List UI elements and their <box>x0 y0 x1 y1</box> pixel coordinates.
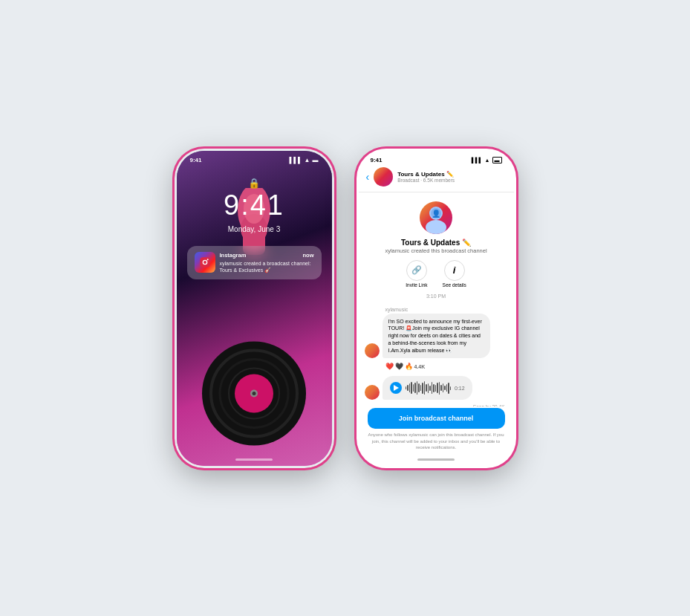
channel-header: ‹ Tours & Updates ✏️ Broadcast · 6.5K me… <box>359 167 514 192</box>
message-avatar <box>365 343 380 358</box>
waveform-bar <box>429 386 431 391</box>
audio-message-bubble[interactable]: 0:12 <box>383 376 472 400</box>
right-time: 9:41 <box>371 157 383 163</box>
audio-waveform <box>406 381 452 395</box>
notification-content: Instagram now xylamusic created a broadc… <box>220 252 314 273</box>
waveform-bar <box>448 383 449 394</box>
lock-notification[interactable]: Instagram now xylamusic created a broadc… <box>187 246 322 279</box>
header-channel-name: Tours & Updates ✏️ <box>397 171 506 178</box>
waveform-bar <box>411 382 412 394</box>
right-status-bar: 9:41 ▌▌▌ ▲ ▬ <box>359 157 514 163</box>
notification-message: xylamusic created a broadcast channel: T… <box>220 260 314 273</box>
notification-header: Instagram now <box>220 252 314 259</box>
left-phone: 9:41 ▌▌▌ ▲ ▬ 🔒 9:41 Monday, June 3 <box>175 149 334 468</box>
waveform-bar <box>424 381 426 395</box>
message-timestamp: 3:10 PM <box>426 294 446 299</box>
play-triangle-icon <box>394 385 399 391</box>
message-reactions[interactable]: ❤️ 🖤 🔥 4.4K <box>385 363 508 370</box>
waveform-bar <box>422 383 423 394</box>
lock-time: 9:41 <box>190 157 202 163</box>
waveform-bar <box>409 383 411 392</box>
audio-duration: 0:12 <box>455 386 465 391</box>
message-text: I'm SO excited to announce my first-ever… <box>388 318 484 354</box>
instagram-icon <box>195 252 215 273</box>
join-broadcast-button[interactable]: Join broadcast channel <box>368 408 505 429</box>
profile-avatar: 👤 <box>420 201 452 234</box>
svg-point-2 <box>206 259 208 260</box>
fire-reaction: 🔥 <box>405 363 413 370</box>
lock-date: Monday, June 3 <box>177 225 332 233</box>
waveform-bar <box>432 382 433 394</box>
right-phone: 9:41 ▌▌▌ ▲ ▬ ‹ Tours & Updates ✏️ Broadc… <box>357 149 516 468</box>
lock-status-bar: 9:41 ▌▌▌ ▲ ▬ <box>177 157 332 163</box>
invite-link-label: Invite Link <box>406 282 427 288</box>
home-indicator-right <box>417 458 455 461</box>
lock-status-icons: ▌▌▌ ▲ ▬ <box>290 157 319 163</box>
messages-area: xylamusic I'm SO excited to announce my … <box>359 307 514 406</box>
waveform-bar <box>417 381 418 395</box>
svg-point-15 <box>426 220 446 234</box>
black-heart-reaction: 🖤 <box>395 363 403 370</box>
heart-reaction: ❤️ <box>385 363 394 370</box>
audio-message-avatar <box>365 385 380 400</box>
right-status-icons: ▌▌▌ ▲ ▬ <box>472 157 502 163</box>
text-message-row: I'm SO excited to announce my first-ever… <box>365 314 508 359</box>
waveform-bar <box>446 384 448 392</box>
reaction-count: 4.4K <box>414 364 426 369</box>
home-indicator <box>235 458 273 461</box>
join-subtext: Anyone who follows xylamusic can join th… <box>368 432 505 450</box>
header-channel-sub: Broadcast · 6.5K members <box>397 178 506 183</box>
header-channel-avatar <box>374 167 393 187</box>
waveform-bar <box>428 383 429 393</box>
see-details-action[interactable]: i See details <box>443 260 466 288</box>
battery-icon: ▬ <box>313 157 319 163</box>
waveform-bar <box>413 384 414 392</box>
channel-profile: 👤 Tours & Updates ✏️ xylamusic created t… <box>359 201 514 299</box>
waveform-bar <box>443 383 444 392</box>
waveform-bar <box>435 385 437 392</box>
profile-channel-name: Tours & Updates ✏️ <box>401 239 471 247</box>
join-area: Join broadcast channel Anyone who follow… <box>359 408 514 450</box>
signal-icon: ▌▌▌ <box>290 157 302 163</box>
notification-time: now <box>303 252 314 259</box>
back-button[interactable]: ‹ <box>366 171 370 183</box>
waveform-bar <box>433 384 434 392</box>
profile-actions: 🔗 Invite Link i See details <box>406 260 466 288</box>
waveform-bar <box>420 385 422 391</box>
waveform-bar <box>439 382 440 395</box>
audio-message-row: 0:12 <box>365 376 508 400</box>
waveform-bar <box>418 383 420 392</box>
message-sender-label: xylamusic <box>385 307 508 312</box>
svg-point-9 <box>253 392 256 395</box>
notification-app-name: Instagram <box>220 252 247 259</box>
battery-icon-right: ▬ <box>492 157 502 163</box>
seen-label: Seen by 20.4K <box>365 404 508 406</box>
signal-icon-right: ▌▌▌ <box>472 158 483 163</box>
waveform-bar <box>406 386 407 389</box>
svg-text:👤: 👤 <box>432 209 441 218</box>
waveform-bar <box>437 383 438 393</box>
waveform-bar <box>426 384 427 392</box>
lock-clock: 9:41 <box>177 189 332 221</box>
invite-link-action[interactable]: 🔗 Invite Link <box>406 260 427 288</box>
svg-rect-0 <box>200 257 209 267</box>
wifi-icon-right: ▲ <box>485 158 490 163</box>
see-details-label: See details <box>443 282 466 288</box>
waveform-bar <box>450 386 452 390</box>
header-channel-info: Tours & Updates ✏️ Broadcast · 6.5K memb… <box>397 171 506 183</box>
waveform-bar <box>444 386 446 390</box>
waveform-bar <box>407 385 409 391</box>
waveform-bar <box>440 385 442 391</box>
play-button[interactable] <box>390 382 402 394</box>
vinyl-record <box>201 340 308 447</box>
lock-padlock-icon: 🔒 <box>248 178 260 189</box>
wifi-icon: ▲ <box>305 157 310 163</box>
invite-link-icon: 🔗 <box>406 260 427 281</box>
waveform-bar <box>414 383 416 393</box>
see-details-icon: i <box>444 260 465 281</box>
text-message-bubble: I'm SO excited to announce my first-ever… <box>383 314 490 359</box>
profile-channel-sub: xylamusic created this broadcast channel <box>385 247 486 254</box>
